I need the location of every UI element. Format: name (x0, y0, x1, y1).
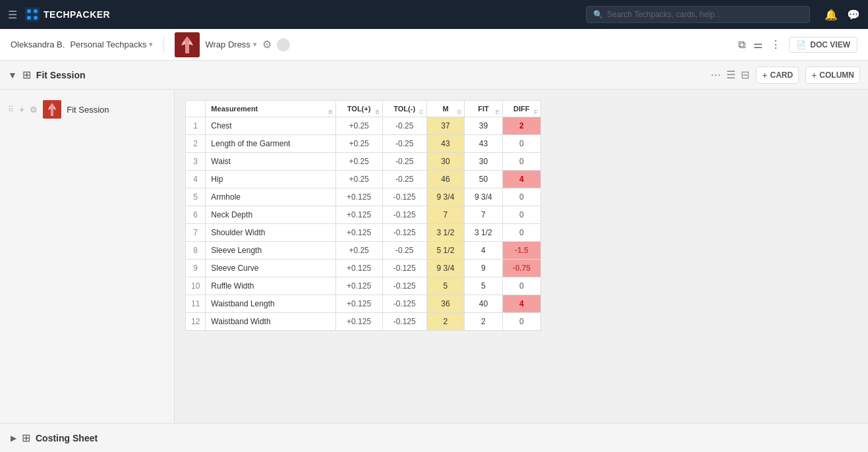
cell-tol-plus: +0.125 (335, 277, 382, 295)
cell-measurement: Waistband Width (206, 313, 335, 331)
cell-num: 5 (186, 188, 206, 206)
col-header-tol-plus: TOL(+)B (335, 101, 382, 117)
table-area[interactable]: MeasurementB TOL(+)B TOL(-)C MD FITE DIF… (175, 90, 868, 423)
table-row: 9 Sleeve Curve +0.125 -0.125 9 3/4 9 -0.… (186, 260, 541, 277)
user-name: Oleksandra B. (11, 40, 65, 49)
cell-diff: 0 (502, 135, 540, 153)
section-name: Personal Techpacks (70, 40, 146, 49)
sidebar-settings-icon[interactable]: ⚙ (30, 105, 38, 115)
cell-fit: 30 (465, 153, 502, 171)
cell-tol-plus: +0.25 (335, 117, 382, 135)
cell-diff: -0.75 (502, 260, 540, 277)
techpack-dropdown-icon: ▾ (253, 40, 257, 49)
breadcrumb-section[interactable]: Personal Techpacks ▾ (70, 40, 153, 49)
breadcrumb-divider (163, 37, 164, 53)
cell-tol-plus: +0.125 (335, 295, 382, 313)
cell-tol-minus: -0.125 (382, 206, 426, 224)
cell-tol-minus: -0.25 (382, 171, 426, 188)
cell-fit: 4 (465, 242, 502, 260)
cell-measurement: Chest (206, 117, 335, 135)
cell-m: 5 1/2 (426, 242, 464, 260)
cell-measurement: Ruffle Width (206, 277, 335, 295)
bottom-table-icon: ⊞ (22, 432, 30, 444)
bottom-section[interactable]: ▶ ⊞ Costing Sheet (0, 423, 868, 452)
doc-view-icon: 📄 (796, 40, 806, 49)
top-nav-icons: 🔔 💬 (825, 9, 860, 21)
cell-tol-plus: +0.125 (335, 313, 382, 331)
doc-view-label: DOC VIEW (810, 40, 850, 49)
cell-tol-minus: -0.125 (382, 295, 426, 313)
cell-m: 2 (426, 313, 464, 331)
section-list-icon[interactable]: ☰ (726, 69, 736, 81)
cell-diff: 4 (502, 295, 540, 313)
cell-fit: 43 (465, 135, 502, 153)
cell-num: 7 (186, 224, 206, 242)
search-icon: 🔍 (593, 10, 603, 19)
cell-measurement: Length of the Garment (206, 135, 335, 153)
dropdown-icon: ▾ (149, 40, 153, 49)
section-title: Fit Session (36, 70, 705, 80)
svg-point-1 (27, 9, 31, 13)
svg-point-2 (34, 9, 38, 13)
cell-tol-minus: -0.25 (382, 242, 426, 260)
breadcrumb-actions: ⧉ ⚌ ⋮ 📄 DOC VIEW (738, 37, 857, 53)
table-row: 10 Ruffle Width +0.125 -0.125 5 5 0 (186, 277, 541, 295)
sidebar-item-thumbnail (43, 100, 61, 119)
doc-view-button[interactable]: 📄 DOC VIEW (789, 37, 857, 53)
section-table-icon: ⊞ (22, 69, 31, 81)
cell-measurement: Hip (206, 171, 335, 188)
add-card-button[interactable]: + CARD (756, 67, 799, 84)
status-circle (277, 38, 290, 51)
sidebar-item-fit-session[interactable]: ⠿ + ⚙ Fit Session (0, 95, 174, 124)
filter-icon[interactable]: ⚌ (753, 38, 763, 51)
add-column-label: COLUMN (819, 71, 854, 80)
logo-area: TECHPACKER (25, 7, 110, 22)
sidebar-add-icon[interactable]: + (19, 104, 24, 115)
section-header: ▼ ⊞ Fit Session ⋯ ☰ ⊟ + CARD + COLUMN (0, 61, 868, 90)
cell-num: 3 (186, 153, 206, 171)
cell-m: 30 (426, 153, 464, 171)
cell-num: 6 (186, 206, 206, 224)
cell-measurement: Sleeve Curve (206, 260, 335, 277)
cell-num: 9 (186, 260, 206, 277)
cell-tol-plus: +0.125 (335, 206, 382, 224)
cell-tol-minus: -0.125 (382, 260, 426, 277)
notification-icon[interactable]: 🔔 (825, 9, 838, 21)
column-view-icon[interactable]: ⊟ (741, 69, 749, 81)
breadcrumb-user[interactable]: Oleksandra B. (11, 40, 65, 49)
cell-num: 11 (186, 295, 206, 313)
cell-tol-plus: +0.125 (335, 260, 382, 277)
cell-m: 9 3/4 (426, 260, 464, 277)
table-row: 5 Armhole +0.125 -0.125 9 3/4 9 3/4 0 (186, 188, 541, 206)
section-collapse-icon[interactable]: ▼ (8, 70, 17, 80)
cell-num: 2 (186, 135, 206, 153)
cell-fit: 3 1/2 (465, 224, 502, 242)
cell-tol-plus: +0.125 (335, 224, 382, 242)
more-icon[interactable]: ⋮ (770, 38, 781, 51)
messages-icon[interactable]: 💬 (847, 9, 860, 21)
cell-fit: 9 (465, 260, 502, 277)
settings-icon[interactable]: ⚙ (262, 38, 272, 51)
bottom-toggle-icon[interactable]: ▶ (11, 434, 16, 443)
techpack-name: Wrap Dress (205, 40, 250, 49)
search-bar[interactable]: 🔍 Search Techpacks, cards, help... (586, 6, 810, 23)
table-row: 6 Neck Depth +0.125 -0.125 7 7 0 (186, 206, 541, 224)
techpack-thumbnail (175, 32, 200, 57)
cell-diff: 0 (502, 188, 540, 206)
cell-num: 10 (186, 277, 206, 295)
cell-measurement: Armhole (206, 188, 335, 206)
hamburger-icon[interactable]: ☰ (8, 9, 17, 21)
section-more-icon[interactable]: ⋯ (710, 69, 721, 81)
cell-fit: 2 (465, 313, 502, 331)
cell-fit: 9 3/4 (465, 188, 502, 206)
breadcrumb-techpack[interactable]: Wrap Dress ▾ (205, 40, 256, 49)
table-row: 7 Shoulder Width +0.125 -0.125 3 1/2 3 1… (186, 224, 541, 242)
copy-icon[interactable]: ⧉ (738, 39, 745, 51)
cell-fit: 5 (465, 277, 502, 295)
svg-rect-0 (25, 7, 40, 22)
add-column-button[interactable]: + COLUMN (805, 67, 860, 84)
cell-m: 9 3/4 (426, 188, 464, 206)
top-navigation: ☰ TECHPACKER 🔍 Search Techpacks, cards, … (0, 0, 868, 29)
cell-m: 46 (426, 171, 464, 188)
cell-m: 43 (426, 135, 464, 153)
